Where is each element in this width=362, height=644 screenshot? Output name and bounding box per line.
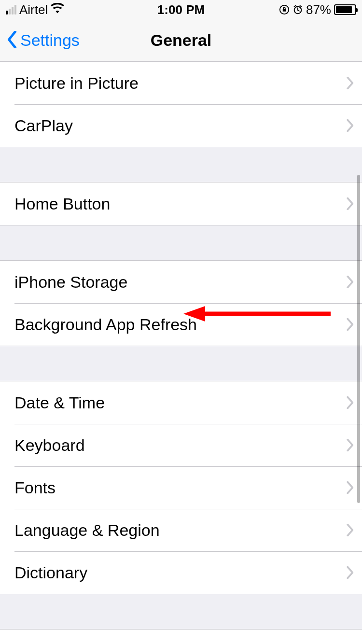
- row-label: Keyboard: [14, 436, 347, 455]
- chevron-right-icon: [347, 318, 354, 331]
- chevron-right-icon: [347, 119, 354, 132]
- signal-strength-icon: [6, 5, 16, 14]
- row-keyboard[interactable]: Keyboard: [0, 424, 362, 466]
- battery-icon: [334, 4, 356, 15]
- settings-group: iPhone Storage Background App Refresh: [0, 260, 362, 346]
- row-picture-in-picture[interactable]: Picture in Picture: [0, 62, 362, 104]
- row-date-time[interactable]: Date & Time: [0, 381, 362, 424]
- row-carplay[interactable]: CarPlay: [0, 104, 362, 147]
- group-spacer: [0, 147, 362, 182]
- chevron-right-icon: [347, 481, 354, 494]
- content: Picture in Picture CarPlay Home Button i…: [0, 62, 362, 644]
- row-vpn[interactable]: VPN Not Connected: [0, 630, 362, 644]
- chevron-left-icon: [7, 31, 17, 50]
- row-label: Home Button: [14, 195, 347, 213]
- chevron-right-icon: [347, 396, 354, 409]
- row-background-app-refresh[interactable]: Background App Refresh: [0, 303, 362, 346]
- row-home-button[interactable]: Home Button: [0, 182, 362, 225]
- settings-group: VPN Not Connected: [0, 629, 362, 644]
- row-label: Language & Region: [14, 521, 347, 540]
- status-left: Airtel: [6, 2, 279, 17]
- group-spacer: [0, 346, 362, 381]
- chevron-right-icon: [347, 566, 354, 579]
- carrier-label: Airtel: [19, 2, 48, 17]
- row-language-region[interactable]: Language & Region: [0, 509, 362, 551]
- row-fonts[interactable]: Fonts: [0, 466, 362, 509]
- row-label: Background App Refresh: [14, 315, 347, 334]
- group-spacer: [0, 594, 362, 629]
- row-label: CarPlay: [14, 116, 347, 135]
- settings-group: Home Button: [0, 182, 362, 225]
- row-iphone-storage[interactable]: iPhone Storage: [0, 261, 362, 303]
- row-detail: Not Connected: [233, 642, 343, 644]
- row-dictionary[interactable]: Dictionary: [0, 551, 362, 594]
- scroll-indicator[interactable]: [357, 175, 360, 503]
- chevron-right-icon: [347, 439, 354, 451]
- nav-header: Settings General: [0, 19, 362, 62]
- back-label: Settings: [20, 31, 80, 50]
- row-label: Dictionary: [14, 563, 347, 582]
- chevron-right-icon: [347, 77, 354, 89]
- chevron-right-icon: [347, 197, 354, 210]
- status-time: 1:00 PM: [157, 2, 205, 17]
- chevron-right-icon: [347, 276, 354, 288]
- alarm-icon: [292, 4, 303, 15]
- row-label: Fonts: [14, 478, 347, 497]
- row-label: VPN: [14, 642, 233, 644]
- wifi-icon: [51, 3, 64, 16]
- back-button[interactable]: Settings: [0, 31, 80, 50]
- row-label: Picture in Picture: [14, 74, 347, 93]
- battery-percentage: 87%: [306, 2, 331, 17]
- row-label: iPhone Storage: [14, 273, 347, 292]
- status-right: 87%: [279, 2, 356, 17]
- settings-group: Picture in Picture CarPlay: [0, 62, 362, 147]
- chevron-right-icon: [347, 524, 354, 536]
- rotation-lock-icon: [279, 4, 290, 15]
- settings-group: Date & Time Keyboard Fonts Language & Re…: [0, 381, 362, 594]
- group-spacer: [0, 225, 362, 260]
- status-bar: Airtel 1:00 PM 87%: [0, 0, 362, 19]
- page-title: General: [151, 31, 212, 50]
- row-label: Date & Time: [14, 393, 347, 412]
